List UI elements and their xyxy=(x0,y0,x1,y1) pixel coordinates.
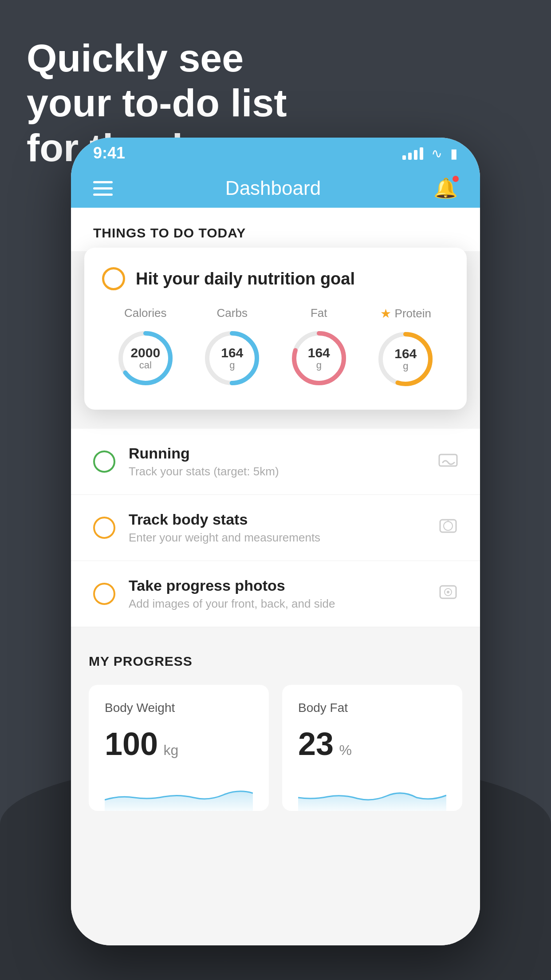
svg-point-10 xyxy=(444,522,453,530)
running-icon xyxy=(438,450,458,474)
progress-cards: Body Weight 100 kg xyxy=(89,685,462,811)
menu-button[interactable] xyxy=(93,181,113,196)
notification-button[interactable]: 🔔 xyxy=(433,177,458,200)
battery-icon: ▮ xyxy=(450,146,458,161)
todo-check-progress-photos xyxy=(93,583,115,605)
body-weight-chart xyxy=(105,775,253,811)
todo-title-body-stats: Track body stats xyxy=(129,511,425,528)
fat-ring: 164 g xyxy=(288,327,350,389)
nutrition-stats: Calories 2000 cal Carbs xyxy=(102,306,449,390)
calories-ring: 2000 cal xyxy=(114,327,177,389)
todo-item-body-stats[interactable]: Track body stats Enter your weight and m… xyxy=(71,495,480,561)
carbs-ring: 164 g xyxy=(201,327,263,389)
status-icons: ∿ ▮ xyxy=(402,146,458,161)
fat-value-text: 164 g xyxy=(308,345,330,371)
todo-check-running xyxy=(93,450,115,473)
body-fat-label: Body Fat xyxy=(298,701,446,715)
body-fat-value: 23 xyxy=(298,726,334,762)
phone-shell: 9:41 ∿ ▮ Dashboard 🔔 THINGS TO DO TODAY xyxy=(71,138,480,945)
body-weight-value-row: 100 kg xyxy=(105,726,253,762)
todo-info-progress-photos: Take progress photos Add images of your … xyxy=(129,577,425,611)
content-area: THINGS TO DO TODAY Hit your daily nutrit… xyxy=(71,208,480,945)
status-time: 9:41 xyxy=(93,144,125,162)
nav-bar: Dashboard 🔔 xyxy=(71,169,480,208)
body-weight-value: 100 xyxy=(105,726,158,762)
todo-title-progress-photos: Take progress photos xyxy=(129,577,425,594)
nutrition-card-title: Hit your daily nutrition goal xyxy=(136,269,355,288)
todo-info-running: Running Track your stats (target: 5km) xyxy=(129,445,425,478)
nutrition-check-circle xyxy=(102,267,125,290)
progress-section: MY PROGRESS Body Weight 100 kg xyxy=(71,627,480,829)
protein-label: ★ Protein xyxy=(380,306,431,321)
photo-icon xyxy=(438,582,458,606)
body-weight-card[interactable]: Body Weight 100 kg xyxy=(89,685,269,811)
carbs-label: Carbs xyxy=(217,306,248,320)
nutrition-card-header: Hit your daily nutrition goal xyxy=(102,267,449,290)
wifi-icon: ∿ xyxy=(431,146,442,161)
protein-ring: 164 g xyxy=(374,328,437,390)
svg-point-14 xyxy=(447,591,449,593)
progress-section-title: MY PROGRESS xyxy=(89,654,462,669)
fat-stat: Fat 164 g xyxy=(288,306,350,389)
todo-check-body-stats xyxy=(93,517,115,539)
protein-stat: ★ Protein 164 g xyxy=(374,306,437,390)
body-fat-chart xyxy=(298,775,446,811)
nav-title: Dashboard xyxy=(225,177,321,199)
section-title: THINGS TO DO TODAY xyxy=(93,225,458,241)
scale-icon xyxy=(438,516,458,540)
protein-value-text: 164 g xyxy=(394,346,417,371)
todo-list: Running Track your stats (target: 5km) T… xyxy=(71,429,480,627)
star-icon: ★ xyxy=(380,306,391,321)
todo-title-running: Running xyxy=(129,445,425,462)
svg-rect-8 xyxy=(439,454,457,466)
todo-info-body-stats: Track body stats Enter your weight and m… xyxy=(129,511,425,545)
carbs-value-text: 164 g xyxy=(221,345,243,371)
body-fat-card[interactable]: Body Fat 23 % xyxy=(282,685,462,811)
nutrition-card[interactable]: Hit your daily nutrition goal Calories 2… xyxy=(84,248,467,410)
todo-subtitle-body-stats: Enter your weight and measurements xyxy=(129,531,425,545)
notification-badge xyxy=(452,175,460,183)
signal-bars-icon xyxy=(402,146,423,160)
carbs-stat: Carbs 164 g xyxy=(201,306,263,389)
calories-label: Calories xyxy=(124,306,166,320)
todo-item-progress-photos[interactable]: Take progress photos Add images of your … xyxy=(71,561,480,627)
body-fat-unit: % xyxy=(339,742,352,758)
todo-subtitle-running: Track your stats (target: 5km) xyxy=(129,465,425,478)
calories-stat: Calories 2000 cal xyxy=(114,306,177,389)
body-weight-unit: kg xyxy=(164,742,179,758)
body-fat-value-row: 23 % xyxy=(298,726,446,762)
status-bar: 9:41 ∿ ▮ xyxy=(71,138,480,169)
todo-item-running[interactable]: Running Track your stats (target: 5km) xyxy=(71,429,480,495)
things-to-do-section: THINGS TO DO TODAY xyxy=(71,208,480,251)
calories-value-text: 2000 cal xyxy=(130,345,160,371)
todo-subtitle-progress-photos: Add images of your front, back, and side xyxy=(129,597,425,611)
fat-label: Fat xyxy=(311,306,327,320)
body-weight-label: Body Weight xyxy=(105,701,253,715)
